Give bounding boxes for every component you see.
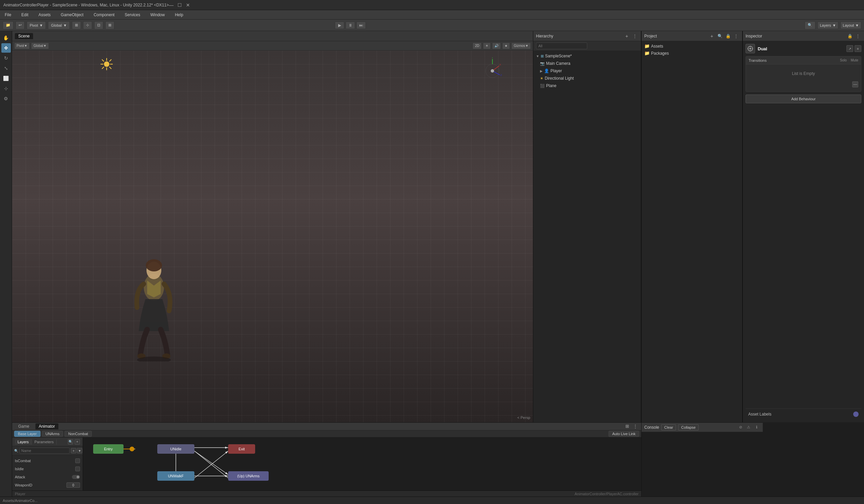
menu-edit[interactable]: Edit xyxy=(19,12,31,18)
anim-node-exit[interactable]: Exit xyxy=(228,444,255,454)
play-button[interactable]: ▶ xyxy=(335,22,344,29)
noncombat-tab[interactable]: NonCombat xyxy=(64,431,92,437)
toolbar-undo-icon[interactable]: ↩ xyxy=(15,21,25,29)
param-attack-trigger[interactable] xyxy=(72,475,80,479)
hierarchy-item-directionallight[interactable]: ☀ Directional Light xyxy=(533,75,641,82)
base-layer-tab[interactable]: Base Layer xyxy=(14,431,40,437)
project-search-button[interactable]: 🔍 xyxy=(717,33,723,39)
scene-tab[interactable]: Scene xyxy=(15,33,33,39)
animator-tab[interactable]: Animator xyxy=(35,423,58,429)
param-iscombat-checkbox[interactable] xyxy=(75,458,80,463)
svg-text:Z: Z xyxy=(501,74,502,77)
hierarchy-item-player[interactable]: ▶ 👤 Player xyxy=(533,67,641,75)
scene-global-btn[interactable]: Global▼ xyxy=(31,43,49,49)
inspector-transitions-section: Transitions Solo Mute List is Empty — xyxy=(745,56,861,92)
param-isidle-checkbox[interactable] xyxy=(75,467,80,471)
console-collapse-button[interactable]: Collapse xyxy=(678,424,699,430)
console-warn-icon[interactable]: ⚠ xyxy=(745,424,752,431)
menu-file[interactable]: File xyxy=(3,12,13,18)
scale-tool[interactable]: ⤡ xyxy=(1,63,11,73)
assets-folder-label: Assets xyxy=(651,44,663,49)
animator-graph-area[interactable]: Entry UNidle Exit UNWalkF xyxy=(83,437,641,491)
menu-gameobject[interactable]: GameObject xyxy=(59,12,85,18)
hierarchy-item-samplescene[interactable]: ▼ ⊞ SampleScene* xyxy=(533,52,641,60)
auto-live-button[interactable]: Auto Live Link xyxy=(609,431,639,437)
hierarchy-item-plane[interactable]: ⬛ Plane xyxy=(533,82,641,89)
left-tools: ✋ ✥ ↻ ⤡ ⬜ ⊹ ⚙ xyxy=(0,31,12,496)
game-tab[interactable]: Game xyxy=(15,423,33,429)
add-param-icon[interactable]: + xyxy=(71,448,76,453)
toolbar-file-icon[interactable]: 📁 xyxy=(3,21,13,29)
inspector-menu-button[interactable]: ⋮ xyxy=(854,33,861,39)
layers-tab[interactable]: Layers xyxy=(15,439,32,445)
scene-gizmo-btn[interactable]: Gizmos▼ xyxy=(511,43,531,49)
layout-dropdown[interactable]: Layout▼ xyxy=(840,22,861,29)
layers-dropdown[interactable]: Layers▼ xyxy=(817,22,838,29)
param-dropdown-icon[interactable]: ▼ xyxy=(77,448,82,453)
anim-node-unidle[interactable]: UNidle xyxy=(157,444,194,454)
inspector-open-button[interactable]: ↗ xyxy=(847,45,853,52)
project-menu-button[interactable]: ⋮ xyxy=(733,33,740,39)
menu-help[interactable]: Help xyxy=(173,12,185,18)
remove-transition-button[interactable]: — xyxy=(852,81,858,87)
hand-tool[interactable]: ✋ xyxy=(1,33,11,43)
custom-tool[interactable]: ⚙ xyxy=(1,94,11,103)
grid-toggle[interactable]: ⊞ xyxy=(72,21,81,29)
anim-node-upuniarms[interactable]: (Up) UNArms xyxy=(228,471,269,481)
param-add-controls: + ▼ xyxy=(71,448,82,453)
project-add-button[interactable]: + xyxy=(708,33,715,39)
scene-2d-btn[interactable]: 2D xyxy=(472,43,482,49)
anim-node-unwalkf[interactable]: UNWalkF xyxy=(157,471,194,481)
menu-window[interactable]: Window xyxy=(148,12,167,18)
maximize-button[interactable]: ☐ xyxy=(178,2,182,8)
move-tool[interactable]: ✥ xyxy=(1,43,11,53)
animator-maximize-button[interactable]: ⊞ xyxy=(624,423,631,430)
add-behaviour-button[interactable]: Add Behaviour xyxy=(745,95,861,103)
menu-services[interactable]: Services xyxy=(122,12,142,18)
scene-audio-btn[interactable]: 🔊 xyxy=(492,43,501,49)
inspector-lock-button[interactable]: 🔒 xyxy=(847,33,853,39)
close-button[interactable]: ✕ xyxy=(186,2,190,8)
project-lock-button[interactable]: 🔒 xyxy=(724,33,731,39)
scene-pivot-btn[interactable]: Pivot▼ xyxy=(14,43,30,49)
global-dropdown[interactable]: Global▼ xyxy=(48,21,70,29)
pivot-dropdown[interactable]: Pivot▼ xyxy=(27,21,46,29)
transform-tool[interactable]: ⊹ xyxy=(1,84,11,93)
view-toggle[interactable]: ⊡ xyxy=(94,21,103,29)
hierarchy-search[interactable] xyxy=(536,43,587,49)
search-button[interactable]: 🔍 xyxy=(805,21,815,29)
minimize-button[interactable]: — xyxy=(169,2,173,8)
param-weaponid-value[interactable]: 0 xyxy=(67,482,80,488)
anim-node-entry[interactable]: Entry xyxy=(93,444,123,454)
console-error-icon[interactable]: ⊘ xyxy=(737,424,744,431)
hierarchy-item-maincamera[interactable]: 📷 Main Camera xyxy=(533,60,641,67)
scene-fx-btn[interactable]: ★ xyxy=(502,43,510,49)
project-folder-assets[interactable]: 📁 Assets xyxy=(643,43,741,50)
menu-assets[interactable]: Assets xyxy=(36,12,53,18)
project-folder-packages[interactable]: 📁 Packages xyxy=(643,50,741,57)
inspector-preset-button[interactable]: ≡ xyxy=(854,45,861,52)
unarms-tab[interactable]: UNArms xyxy=(42,431,63,437)
pause-button[interactable]: ⏸ xyxy=(346,22,355,29)
animator-menu-button[interactable]: ⋮ xyxy=(632,423,638,430)
snap-toggle[interactable]: ⊹ xyxy=(83,21,92,29)
hierarchy-add-button[interactable]: + xyxy=(623,33,630,39)
search-params-icon[interactable]: 🔍 xyxy=(68,439,73,445)
scene-viewport[interactable]: Y X Z < Persp xyxy=(12,51,533,422)
animator-content: Layers Parameters 🔍 + xyxy=(12,437,641,491)
add-param-button[interactable]: + xyxy=(75,439,80,445)
scene-character xyxy=(120,247,188,362)
menu-component[interactable]: Component xyxy=(92,12,117,18)
hierarchy-menu-button[interactable]: ⋮ xyxy=(632,33,638,39)
rotate-tool[interactable]: ↻ xyxy=(1,53,11,63)
gizmo-toggle[interactable]: ⊞ xyxy=(105,21,115,29)
parameters-tab[interactable]: Parameters xyxy=(32,439,57,445)
asset-label-color-button[interactable] xyxy=(853,411,859,417)
param-name-search[interactable] xyxy=(20,448,70,454)
scene-light-btn[interactable]: ☀ xyxy=(483,43,491,49)
rect-tool[interactable]: ⬜ xyxy=(1,74,11,83)
step-button[interactable]: ⏭ xyxy=(357,22,366,29)
console-info-icon[interactable]: ℹ xyxy=(753,424,760,431)
transitions-content: List is Empty — xyxy=(746,64,861,92)
console-clear-button[interactable]: Clear xyxy=(661,424,676,430)
